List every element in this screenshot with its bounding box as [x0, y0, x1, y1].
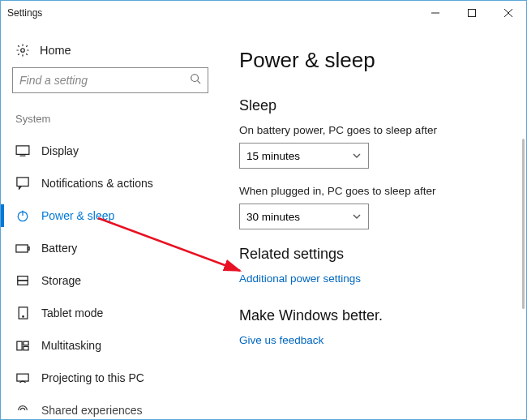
page-title: Power & sleep: [239, 48, 518, 73]
sidebar-item-label: Notifications & actions: [41, 177, 153, 190]
storage-icon: [15, 273, 30, 288]
sidebar-item-label: Display: [41, 144, 79, 157]
battery-sleep-label: On battery power, PC goes to sleep after: [239, 124, 518, 136]
sidebar-item-notifications[interactable]: Notifications & actions: [12, 167, 208, 199]
minimize-button[interactable]: [417, 1, 453, 25]
sidebar-item-shared-experiences[interactable]: Shared experiences: [12, 394, 208, 419]
sidebar-item-label: Multitasking: [41, 339, 101, 352]
sidebar-item-label: Projecting to this PC: [41, 371, 144, 384]
sidebar-item-tablet-mode[interactable]: Tablet mode: [12, 297, 208, 329]
related-heading: Related settings: [239, 246, 518, 263]
projecting-icon: [15, 371, 30, 385]
sidebar: Home System Display Notifications & acti…: [1, 25, 220, 419]
svg-rect-15: [18, 281, 28, 285]
svg-rect-19: [24, 341, 28, 345]
sidebar-item-label: Tablet mode: [41, 306, 103, 319]
sidebar-item-display[interactable]: Display: [12, 135, 208, 167]
plugged-sleep-value: 30 minutes: [246, 211, 300, 223]
sleep-heading: Sleep: [239, 97, 518, 114]
sidebar-item-label: Shared experiences: [41, 404, 143, 417]
svg-point-17: [22, 316, 23, 317]
battery-sleep-select[interactable]: 15 minutes: [239, 143, 369, 169]
feedback-heading: Make Windows better.: [239, 307, 518, 324]
search-icon: [190, 73, 201, 88]
notifications-icon: [15, 176, 30, 191]
additional-power-settings-link[interactable]: Additional power settings: [239, 272, 518, 285]
search-input[interactable]: [19, 74, 190, 87]
home-label: Home: [40, 44, 71, 57]
battery-sleep-value: 15 minutes: [246, 150, 300, 162]
svg-rect-9: [17, 178, 28, 186]
svg-rect-12: [16, 245, 28, 252]
svg-line-6: [198, 81, 201, 84]
settings-window: Settings Home: [0, 0, 527, 420]
window-title: Settings: [7, 7, 42, 19]
sidebar-item-multitasking[interactable]: Multitasking: [12, 329, 208, 362]
svg-rect-21: [17, 374, 28, 381]
scrollbar[interactable]: [522, 139, 525, 309]
svg-rect-13: [28, 246, 29, 250]
plugged-sleep-select[interactable]: 30 minutes: [239, 204, 369, 229]
sidebar-item-battery[interactable]: Battery: [12, 232, 208, 264]
shared-icon: [15, 403, 30, 418]
svg-rect-18: [17, 341, 22, 350]
close-button[interactable]: [490, 1, 526, 25]
sidebar-item-label: Battery: [41, 242, 77, 255]
content-pane: Power & sleep Sleep On battery power, PC…: [220, 25, 526, 419]
gear-icon: [15, 43, 30, 58]
battery-icon: [15, 241, 30, 255]
svg-rect-1: [468, 10, 475, 17]
home-button[interactable]: Home: [12, 38, 208, 67]
sidebar-item-storage[interactable]: Storage: [12, 264, 208, 297]
sidebar-item-label: Power & sleep: [41, 209, 114, 222]
svg-rect-14: [18, 276, 28, 281]
search-box[interactable]: [12, 67, 208, 93]
svg-point-5: [191, 75, 199, 82]
multitasking-icon: [15, 338, 30, 353]
maximize-button[interactable]: [453, 1, 490, 25]
display-icon: [15, 144, 30, 158]
titlebar: Settings: [1, 1, 526, 25]
chevron-down-icon: [352, 212, 362, 221]
sidebar-item-label: Storage: [41, 274, 81, 287]
chevron-down-icon: [352, 151, 362, 161]
svg-rect-7: [16, 146, 29, 155]
svg-rect-20: [24, 346, 28, 349]
plugged-sleep-label: When plugged in, PC goes to sleep after: [239, 185, 518, 197]
power-icon: [15, 208, 30, 223]
sidebar-item-projecting[interactable]: Projecting to this PC: [12, 362, 208, 394]
sidebar-item-power-sleep[interactable]: Power & sleep: [12, 199, 208, 232]
tablet-icon: [15, 306, 30, 320]
svg-point-4: [21, 49, 25, 53]
category-label: System: [12, 113, 208, 135]
give-feedback-link[interactable]: Give us feedback: [239, 334, 518, 346]
